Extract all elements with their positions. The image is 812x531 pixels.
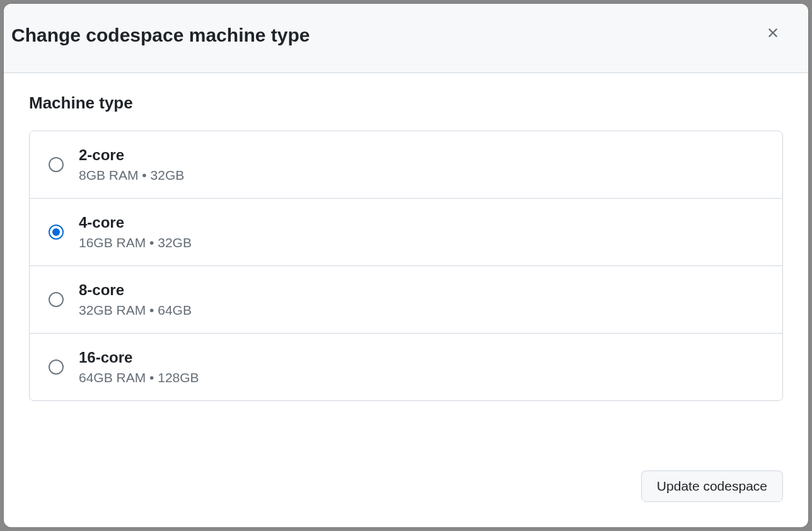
radio-icon <box>49 157 64 172</box>
radio-icon <box>49 359 64 375</box>
machine-type-options: 2-core 8GB RAM • 32GB 4-core 16GB RAM • … <box>29 131 783 401</box>
dialog-header: Change codespace machine type <box>4 4 808 73</box>
option-title: 2-core <box>79 146 184 164</box>
change-machine-dialog: Change codespace machine type Machine ty… <box>4 4 808 527</box>
option-4-core[interactable]: 4-core 16GB RAM • 32GB <box>30 199 782 266</box>
option-text: 8-core 32GB RAM • 64GB <box>79 281 192 318</box>
option-title: 16-core <box>79 349 199 366</box>
radio-icon <box>49 225 64 240</box>
update-codespace-button[interactable]: Update codespace <box>641 470 783 502</box>
option-text: 4-core 16GB RAM • 32GB <box>79 214 192 250</box>
machine-type-label: Machine type <box>29 93 783 113</box>
option-title: 8-core <box>79 281 192 299</box>
option-subtitle: 16GB RAM • 32GB <box>79 235 192 250</box>
close-icon <box>765 25 780 42</box>
radio-icon <box>49 292 64 307</box>
dialog-footer: Update codespace <box>4 470 808 527</box>
dialog-body: Machine type 2-core 8GB RAM • 32GB 4-cor… <box>4 73 808 470</box>
option-text: 2-core 8GB RAM • 32GB <box>79 146 184 183</box>
option-title: 4-core <box>79 214 192 231</box>
option-subtitle: 64GB RAM • 128GB <box>79 370 199 385</box>
option-8-core[interactable]: 8-core 32GB RAM • 64GB <box>30 266 782 334</box>
option-16-core[interactable]: 16-core 64GB RAM • 128GB <box>30 334 782 400</box>
dialog-title: Change codespace machine type <box>11 25 310 46</box>
option-2-core[interactable]: 2-core 8GB RAM • 32GB <box>30 131 782 199</box>
option-text: 16-core 64GB RAM • 128GB <box>79 349 199 385</box>
option-subtitle: 8GB RAM • 32GB <box>79 168 184 183</box>
close-button[interactable] <box>760 20 786 47</box>
option-subtitle: 32GB RAM • 64GB <box>79 303 192 318</box>
